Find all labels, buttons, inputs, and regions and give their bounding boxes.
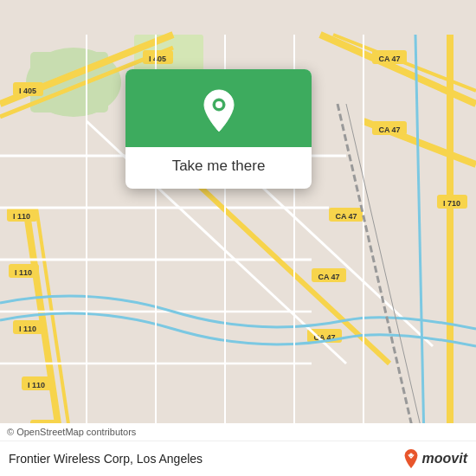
svg-text:I 110: I 110 (13, 212, 30, 221)
popup-card: Take me there (125, 69, 312, 189)
svg-text:I 110: I 110 (15, 268, 32, 277)
svg-text:I 405: I 405 (149, 55, 166, 63)
moovit-logo: moovit (402, 448, 467, 469)
svg-text:CA 47: CA 47 (335, 212, 357, 221)
popup-header (125, 69, 312, 147)
moovit-text: moovit (422, 451, 467, 466)
svg-point-55 (409, 453, 413, 457)
svg-text:I 710: I 710 (443, 199, 460, 208)
take-me-there-button[interactable]: Take me there (172, 158, 266, 175)
location-pin-icon (200, 88, 238, 133)
svg-text:I 110: I 110 (19, 325, 36, 333)
location-name: Frontier Wireless Corp, Los Angeles (9, 452, 203, 466)
moovit-pin-icon (402, 448, 420, 469)
popup-body: Take me there (125, 147, 312, 189)
map-container: I 405 I 405 CA 47 CA 47 I 710 I 110 I 11… (0, 0, 476, 476)
svg-text:CA 47: CA 47 (378, 125, 400, 134)
bottom-bar: © OpenStreetMap contributors Frontier Wi… (0, 423, 476, 476)
svg-rect-2 (30, 52, 108, 113)
attribution: © OpenStreetMap contributors (0, 423, 476, 441)
svg-point-54 (215, 101, 222, 108)
svg-text:I 110: I 110 (28, 381, 45, 389)
svg-text:I 405: I 405 (19, 87, 36, 95)
location-info: Frontier Wireless Corp, Los Angeles moov… (0, 441, 476, 476)
svg-text:CA 47: CA 47 (318, 273, 339, 281)
svg-text:CA 47: CA 47 (378, 55, 400, 63)
